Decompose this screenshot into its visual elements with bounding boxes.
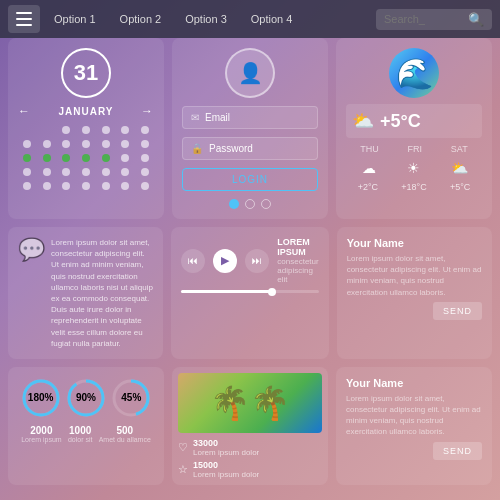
weather-icons-row: ☁ ☀ ⛅ [346, 160, 482, 176]
ring-3-text: 45% [121, 392, 141, 403]
lbl-1: Lorem ipsum [21, 436, 61, 443]
email-label: Email [205, 112, 230, 123]
heart-icon: ♡ [178, 441, 188, 454]
play-button[interactable]: ▶ [213, 249, 237, 273]
weather-day-sat: SAT [451, 144, 468, 154]
image-card: 🌴🌴 ♡ 33000 Lorem ipsum dolor ☆ 15000 Lor… [172, 367, 328, 485]
progress-fill [181, 290, 270, 293]
fast-forward-button[interactable]: ⏭ [245, 249, 269, 273]
stat-circle-3: 45% [110, 377, 152, 419]
stats-card: 180% 90% 45% [8, 367, 164, 485]
progress-bar[interactable] [181, 290, 318, 293]
dot-2 [245, 199, 255, 209]
hamburger-line-1 [16, 12, 32, 14]
next-month-button[interactable]: → [141, 104, 154, 118]
calendar-date: 31 [61, 48, 111, 98]
cal-dot-17 [82, 154, 90, 162]
password-label: Password [209, 143, 253, 154]
cal-dot-32 [102, 182, 110, 190]
cloud-icon-sat: ⛅ [437, 160, 482, 176]
stat-circle-2: 90% [65, 377, 107, 419]
nav-item-1[interactable]: Option 1 [44, 9, 106, 29]
stats-values-row: 2000 Lorem ipsum 1000 dolor sit 500 Amet… [18, 425, 154, 443]
cal-dot-28 [23, 182, 31, 190]
login-card: 👤 ✉ Email 🔒 Password LOGIN [172, 38, 328, 219]
contact-text-2: Lorem ipsum dolor sit amet, consectetur … [346, 393, 482, 438]
temp-fri: +18°C [401, 182, 426, 192]
contact-card: Your Name Lorem ipsum dolor sit amet, co… [337, 227, 492, 359]
cal-dot-21 [23, 168, 31, 176]
lbl-2: dolor sit [68, 436, 93, 443]
stat-value-2: 1000 dolor sit [68, 425, 93, 443]
cal-dot-1 [43, 126, 51, 134]
ring-2: 90% [65, 377, 107, 419]
temp-sat: +5°C [450, 182, 470, 192]
prev-month-button[interactable]: ← [18, 104, 31, 118]
cal-dot-18 [102, 154, 110, 162]
dot-1 [229, 199, 239, 209]
ring-1-text: 180% [28, 392, 54, 403]
cal-dot-6 [141, 126, 149, 134]
email-field[interactable]: ✉ Email [182, 106, 318, 129]
ring-2-text: 90% [76, 392, 96, 403]
nav-item-3[interactable]: Option 3 [175, 9, 237, 29]
star-count: 15000 [193, 460, 259, 470]
star-info: 15000 Lorem ipsum dolor [193, 460, 259, 479]
cal-dot-29 [43, 182, 51, 190]
row3: 180% 90% 45% [0, 367, 500, 493]
contact-name-2: Your Name [346, 377, 482, 389]
cloud-sun-icon: ⛅ [352, 110, 374, 132]
password-field[interactable]: 🔒 Password [182, 137, 318, 160]
cal-dot-2 [62, 126, 70, 134]
cal-dot-5 [121, 126, 129, 134]
audio-title: LOREM IPSUM [277, 237, 318, 257]
landscape-icon: 🌊 [396, 56, 433, 91]
weather-image: 🌊 [389, 48, 439, 98]
progress-thumb[interactable] [268, 288, 276, 296]
stat-value-3: 500 Amet du allamce [99, 425, 151, 443]
weather-day-thu: THU [360, 144, 379, 154]
cal-dot-4 [102, 126, 110, 134]
like-count: 33000 [193, 438, 259, 448]
contact-card-2: Your Name Lorem ipsum dolor sit amet, co… [336, 367, 492, 485]
user-avatar: 👤 [225, 48, 275, 98]
hamburger-line-3 [16, 24, 32, 26]
palm-tree-icon: 🌴🌴 [210, 384, 290, 422]
email-icon: ✉ [191, 112, 199, 123]
calendar-card: 31 ← JANUARY → [8, 38, 164, 219]
lbl-3: Amet du allamce [99, 436, 151, 443]
cal-dot-31 [82, 182, 90, 190]
stat-value-1: 2000 Lorem ipsum [21, 425, 61, 443]
cal-dot-10 [82, 140, 90, 148]
cal-dot-23 [62, 168, 70, 176]
cal-dot-33 [121, 182, 129, 190]
cal-dot-34 [141, 182, 149, 190]
send-button-2[interactable]: SEND [433, 442, 482, 460]
sun-icon-fri: ☀ [391, 160, 436, 176]
calendar-month: JANUARY [59, 106, 114, 117]
cal-dot-9 [62, 140, 70, 148]
login-button[interactable]: LOGIN [182, 168, 318, 191]
cal-dot-8 [43, 140, 51, 148]
audio-controls: ⏮ ▶ ⏭ LOREM IPSUM consectetur adipiscing… [181, 237, 318, 284]
weather-temps-row: +2°C +18°C +5°C [346, 182, 482, 192]
temp-thu: +2°C [358, 182, 378, 192]
thumbnail-image: 🌴🌴 [178, 373, 322, 433]
weather-card: 🌊 ⛅ +5°C THU FRI SAT ☁ ☀ ⛅ +2°C +18°C +5… [336, 38, 492, 219]
nav-item-2[interactable]: Option 2 [110, 9, 172, 29]
search-input[interactable] [384, 13, 464, 25]
login-dots [229, 199, 271, 209]
val-2: 1000 [68, 425, 93, 436]
image-stats: ♡ 33000 Lorem ipsum dolor ☆ 15000 Lorem … [178, 438, 322, 479]
contact-text: Lorem ipsum dolor sit amet, consectetur … [347, 253, 482, 298]
ring-3: 45% [110, 377, 152, 419]
search-box: 🔍 [376, 9, 492, 30]
cal-dot-11 [102, 140, 110, 148]
hamburger-button[interactable] [8, 5, 40, 33]
weather-main: ⛅ +5°C [346, 104, 482, 138]
rewind-button[interactable]: ⏮ [181, 249, 205, 273]
weather-days-row: THU FRI SAT [346, 144, 482, 154]
send-button[interactable]: SEND [433, 302, 482, 320]
nav-item-4[interactable]: Option 4 [241, 9, 303, 29]
chat-card: 💬 Lorem ipsum dolor sit amet, consectetu… [8, 227, 163, 359]
